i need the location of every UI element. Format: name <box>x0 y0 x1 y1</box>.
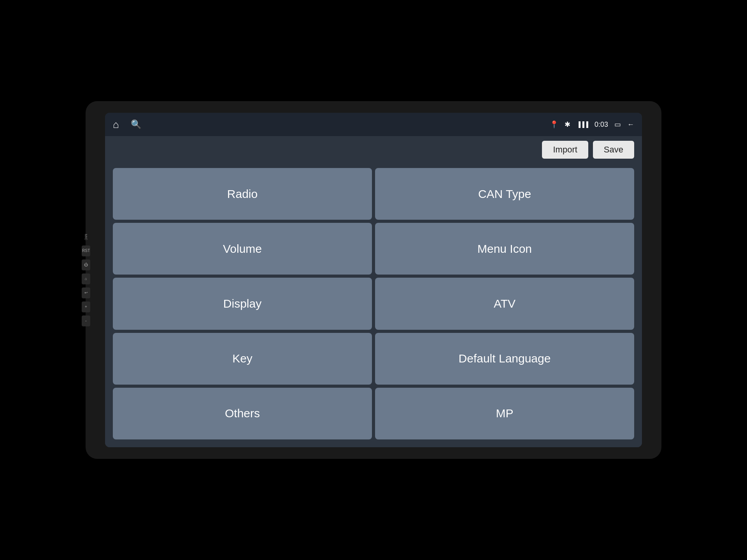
menu-item-display-label: Display <box>223 297 261 310</box>
mic-label: MIC <box>84 234 88 240</box>
toolbar: Import Save <box>105 136 642 163</box>
menu-item-atv-label: ATV <box>494 297 516 310</box>
screen: ⌂ 🔍 📍 ✱ ▐▐▐ 0:03 ▭ ← Import Save Radio C <box>105 113 642 447</box>
menu-item-default-language[interactable]: Default Language <box>375 333 634 385</box>
back-side-button[interactable]: ↩ <box>82 287 90 298</box>
import-button[interactable]: Import <box>542 141 588 159</box>
menu-item-others-label: Others <box>225 407 260 420</box>
menu-item-can-type[interactable]: CAN Type <box>375 168 634 220</box>
bluetooth-icon: ✱ <box>565 120 570 129</box>
menu-item-menu-icon[interactable]: Menu Icon <box>375 223 634 275</box>
window-icon: ▭ <box>614 120 621 129</box>
device: MIC RST ⏻ ⌂ ↩ + - ⌂ 🔍 📍 ✱ <box>86 101 661 459</box>
signal-icon: ▐▐▐ <box>577 121 588 128</box>
status-bar: ⌂ 🔍 📍 ✱ ▐▐▐ 0:03 ▭ ← <box>105 113 642 136</box>
menu-item-mp[interactable]: MP <box>375 388 634 439</box>
status-time: 0:03 <box>594 121 608 129</box>
menu-item-mp-label: MP <box>496 407 514 420</box>
vol-up-button[interactable]: + <box>82 301 90 312</box>
rst-button[interactable]: RST <box>82 245 90 256</box>
status-right: 📍 ✱ ▐▐▐ 0:03 ▭ ← <box>550 120 634 129</box>
vol-down-icon: - <box>85 318 86 323</box>
menu-grid: Radio CAN Type Volume Menu Icon Display … <box>105 163 642 447</box>
location-icon: 📍 <box>550 120 558 129</box>
menu-item-others[interactable]: Others <box>113 388 372 439</box>
menu-item-display[interactable]: Display <box>113 278 372 329</box>
vol-up-icon: + <box>85 304 87 309</box>
status-left: ⌂ 🔍 <box>113 119 141 130</box>
vol-down-button[interactable]: - <box>82 315 90 326</box>
home-side-button[interactable]: ⌂ <box>82 273 90 284</box>
back-arrow-icon[interactable]: ← <box>627 121 634 129</box>
menu-item-key-label: Key <box>232 352 253 365</box>
menu-item-volume[interactable]: Volume <box>113 223 372 275</box>
back-side-icon: ↩ <box>84 290 88 295</box>
menu-item-radio-label: Radio <box>227 187 258 201</box>
power-button[interactable]: ⏻ <box>82 259 90 270</box>
save-button[interactable]: Save <box>593 141 634 159</box>
menu-item-volume-label: Volume <box>223 242 262 256</box>
menu-item-default-language-label: Default Language <box>459 352 551 365</box>
menu-item-radio[interactable]: Radio <box>113 168 372 220</box>
menu-item-key[interactable]: Key <box>113 333 372 385</box>
search-icon[interactable]: 🔍 <box>131 119 141 130</box>
menu-item-menu-icon-label: Menu Icon <box>477 242 532 256</box>
menu-item-atv[interactable]: ATV <box>375 278 634 329</box>
home-icon[interactable]: ⌂ <box>113 119 119 130</box>
home-side-icon: ⌂ <box>85 276 87 281</box>
menu-item-can-type-label: CAN Type <box>478 187 531 201</box>
power-icon: ⏻ <box>84 262 88 267</box>
rst-label: RST <box>82 248 90 253</box>
side-buttons: MIC RST ⏻ ⌂ ↩ + - <box>82 234 90 326</box>
